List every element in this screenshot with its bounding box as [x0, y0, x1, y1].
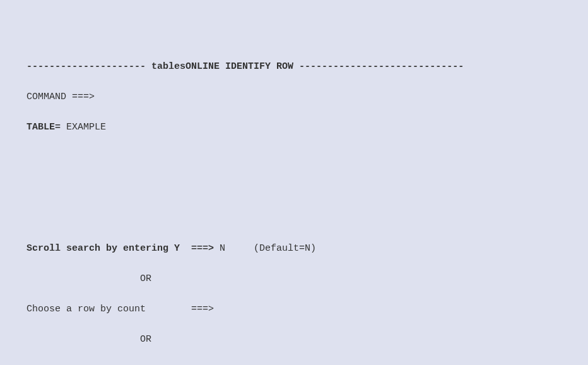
command-label: COMMAND ===>: [26, 92, 95, 102]
or-separator-1: OR: [26, 272, 562, 287]
command-row: COMMAND ===>: [26, 90, 562, 105]
scroll-search-default: (Default=N): [254, 243, 316, 254]
row-by-count-row: Choose a row by count ===>: [26, 302, 562, 317]
command-input[interactable]: [95, 92, 347, 102]
screen-title: tablesONLINE IDENTIFY ROW: [151, 61, 293, 72]
header-left-dashes: ---------------------: [26, 61, 151, 72]
table-row: TABLE= EXAMPLE: [26, 120, 562, 135]
row-by-count-input[interactable]: [214, 304, 277, 314]
table-label: TABLE=: [26, 122, 66, 133]
row-by-keys-heading: Choose a row by entering the keys:: [26, 362, 562, 365]
or-separator-2: OR: [26, 332, 562, 347]
title-row: --------------------- tablesONLINE IDENT…: [26, 59, 562, 75]
table-value: EXAMPLE: [66, 122, 106, 133]
scroll-search-input[interactable]: [220, 243, 231, 254]
scroll-search-label: Scroll search by entering Y ===>: [26, 243, 220, 254]
terminal-screen: --------------------- tablesONLINE IDENT…: [0, 43, 588, 365]
scroll-search-row: Scroll search by entering Y ===> (Defaul…: [26, 241, 562, 256]
header-right-dashes: -----------------------------: [293, 61, 464, 72]
row-by-count-label: Choose a row by count ===>: [26, 304, 214, 314]
